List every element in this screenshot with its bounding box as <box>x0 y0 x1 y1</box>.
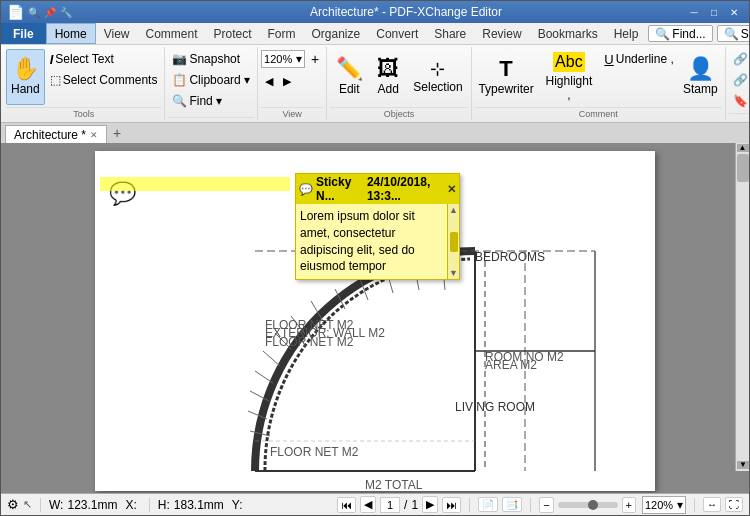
settings-icon[interactable]: ⚙ <box>7 497 19 512</box>
status-bar: ⚙ ↖ W: 123.1mm X: H: 183.1mm Y: ⏮ ◀ / 1 … <box>1 493 749 515</box>
sticky-note-icon: 💬 <box>299 183 313 196</box>
highlight-button[interactable]: Abc Highlight , <box>538 49 599 105</box>
create-link-button[interactable]: 🔗 Create Link <box>729 70 750 90</box>
select-comments-button[interactable]: ⬚ Select Comments <box>46 70 162 90</box>
menu-view[interactable]: View <box>96 23 138 44</box>
ribbon: ✋ Hand I Select Text ⬚ Select Comments <box>1 45 749 123</box>
zoom-slider-thumb <box>588 500 598 510</box>
svg-text:M2 TOTAL: M2 TOTAL <box>365 478 423 491</box>
pdf-page: BEDROOMS LIVING ROOM <box>95 151 655 491</box>
scroll-down-arrow[interactable]: ▼ <box>737 461 749 469</box>
nav-last-button[interactable]: ⏭ <box>442 497 461 513</box>
typewriter-label: Typewriter <box>478 82 533 96</box>
highlight-annotation <box>100 177 290 191</box>
zoom-input-box[interactable]: ▾ <box>261 50 305 68</box>
menu-review[interactable]: Review <box>474 23 529 44</box>
search-button[interactable]: 🔍 Search = <box>717 25 750 42</box>
zoom-dropdown-icon[interactable]: ▾ <box>296 52 302 66</box>
stamp-button[interactable]: 👤 Stamp <box>679 49 722 105</box>
menu-protect[interactable]: Protect <box>206 23 260 44</box>
scroll-up-button[interactable]: ▲ <box>448 205 459 215</box>
menu-home[interactable]: Home <box>46 23 96 44</box>
new-tab-button[interactable]: + <box>107 123 127 143</box>
title-bar: 📄 🔍 📌 🔧 Architecture* - PDF-XChange Edit… <box>1 1 749 23</box>
svg-text:FLOOR NET M2: FLOOR NET M2 <box>265 335 354 349</box>
menu-bookmarks[interactable]: Bookmarks <box>530 23 606 44</box>
zoom-next-button[interactable]: ▶ <box>279 71 295 91</box>
sticky-note-close-button[interactable]: ✕ <box>447 183 456 196</box>
select-comments-icon: ⬚ <box>50 73 61 87</box>
menu-form[interactable]: Form <box>260 23 304 44</box>
sticky-note-author: Sticky N... <box>316 175 360 203</box>
sticky-note-header: 💬 Sticky N... 24/10/2018, 13:3... ✕ <box>296 174 459 204</box>
hand-icon: ✋ <box>12 58 39 80</box>
add-button[interactable]: 🖼 Add <box>369 49 407 105</box>
scroll-down-button[interactable]: ▼ <box>448 268 459 278</box>
clipboard-label: Clipboard ▾ <box>189 73 250 87</box>
menu-convert[interactable]: Convert <box>368 23 426 44</box>
find-ribbon-icon: 🔍 <box>172 94 187 108</box>
nav-prev-button[interactable]: ◀ <box>360 496 376 513</box>
status-zoom-input[interactable] <box>645 499 677 511</box>
svg-text:LIVING ROOM: LIVING ROOM <box>455 400 535 414</box>
objects-group-label: Objects <box>330 107 467 120</box>
sticky-note-date: 24/10/2018, 13:3... <box>367 175 444 203</box>
menu-bar: File Home View Comment Protect Form Orga… <box>1 23 749 45</box>
nav-next-button[interactable]: ▶ <box>422 496 438 513</box>
fit-page-button[interactable]: ⛶ <box>725 497 743 512</box>
tab-architecture[interactable]: Architecture * ✕ <box>5 125 107 143</box>
selection-icon: ⊹ <box>430 60 445 78</box>
selection-button[interactable]: ⊹ Selection <box>408 49 467 105</box>
close-button[interactable]: ✕ <box>725 4 743 20</box>
pointer-icon: ↖ <box>23 498 32 511</box>
select-text-button[interactable]: I Select Text <box>46 49 162 69</box>
highlight-icon: Abc <box>553 52 585 72</box>
page-number-input[interactable] <box>380 497 400 513</box>
maximize-button[interactable]: □ <box>705 4 723 20</box>
main-content: BEDROOMS LIVING ROOM <box>1 143 749 493</box>
find-button[interactable]: 🔍 Find... <box>648 25 712 42</box>
web-links-button[interactable]: 🔗 Web Links ▾ <box>729 49 750 69</box>
menu-help[interactable]: Help <box>606 23 647 44</box>
scroll-up-arrow[interactable]: ▲ <box>737 144 749 152</box>
menu-comment[interactable]: Comment <box>137 23 205 44</box>
view-single-button[interactable]: 📄 <box>478 497 498 512</box>
zoom-out-button[interactable]: − <box>539 497 553 513</box>
typewriter-button[interactable]: T Typewriter <box>475 49 538 105</box>
zoom-slider[interactable] <box>558 502 618 508</box>
select-text-label: Select Text <box>55 52 113 66</box>
tab-label: Architecture * <box>14 128 86 142</box>
create-link-icon: 🔗 <box>733 73 748 87</box>
status-zoom-dropdown[interactable]: ▾ <box>677 498 683 512</box>
svg-text:BEDROOMS: BEDROOMS <box>475 250 545 264</box>
sticky-note-scrollbar[interactable]: ▲ ▼ <box>447 204 459 279</box>
view-group-label: View <box>261 107 323 120</box>
status-sep-1 <box>40 498 41 512</box>
menu-organize[interactable]: Organize <box>304 23 369 44</box>
snapshot-button[interactable]: 📷 Snapshot <box>168 49 254 69</box>
vertical-scrollbar[interactable]: ▲ ▼ <box>735 143 749 471</box>
zoom-in-button[interactable]: + <box>622 497 636 513</box>
hand-tool-button[interactable]: ✋ Hand <box>6 49 45 105</box>
edit-button[interactable]: ✏️ Edit <box>330 49 368 105</box>
document-container[interactable]: BEDROOMS LIVING ROOM <box>1 143 749 493</box>
clipboard-button[interactable]: 📋 Clipboard ▾ <box>168 70 254 90</box>
menu-file[interactable]: File <box>1 23 46 44</box>
underline-button[interactable]: U Underline , <box>600 49 677 69</box>
minimize-button[interactable]: ─ <box>685 4 703 20</box>
zoom-input[interactable] <box>264 53 296 65</box>
view-double-button[interactable]: 📑 <box>502 497 522 512</box>
zoom-increase-button[interactable]: + <box>307 49 323 69</box>
status-sep-3 <box>469 498 470 512</box>
tab-close-button[interactable]: ✕ <box>90 130 98 140</box>
scroll-thumb-v[interactable] <box>737 154 749 182</box>
zoom-prev-button[interactable]: ◀ <box>261 71 277 91</box>
fit-width-button[interactable]: ↔ <box>703 497 721 512</box>
status-zoom-box[interactable]: ▾ <box>642 496 686 514</box>
status-sep-2 <box>149 498 150 512</box>
ribbon-group-view: ▾ + ◀ ▶ View <box>258 47 327 120</box>
find-ribbon-button[interactable]: 🔍 Find ▾ <box>168 91 254 111</box>
add-bookmark-button[interactable]: 🔖 Add Bookmark <box>729 91 750 111</box>
nav-first-button[interactable]: ⏮ <box>337 497 356 513</box>
menu-share[interactable]: Share <box>426 23 474 44</box>
